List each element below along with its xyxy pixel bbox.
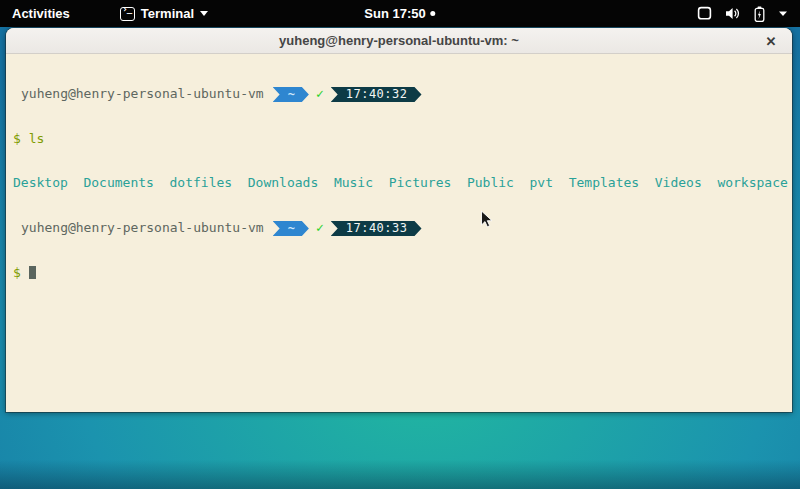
mouse-pointer-icon xyxy=(480,210,493,233)
chevron-down-icon xyxy=(778,10,788,17)
battery-charging-icon xyxy=(754,6,765,22)
activities-button[interactable]: Activities xyxy=(0,0,82,27)
ls-entry: Templates xyxy=(569,175,639,190)
ls-entry: Downloads xyxy=(248,175,318,190)
ls-entry: Music xyxy=(334,175,373,190)
prompt-user-host: yuheng@henry-personal-ubuntu-vm xyxy=(21,220,264,235)
window-title: yuheng@henry-personal-ubuntu-vm: ~ xyxy=(279,33,519,48)
desktop: { "top_bar": { "activities_label": "Acti… xyxy=(0,0,800,489)
top-bar: Activities Terminal Sun 17:50 xyxy=(0,0,800,27)
ls-entry: Desktop xyxy=(13,175,68,190)
prompt-user-host: yuheng@henry-personal-ubuntu-vm xyxy=(21,86,264,101)
ls-entry: workspace xyxy=(717,175,787,190)
terminal-content[interactable]: yuheng@henry-personal-ubuntu-vm~✓17:40:3… xyxy=(6,54,792,411)
shell-prompt: $ xyxy=(13,131,21,146)
shell-prompt: $ xyxy=(13,265,21,280)
clock-label: Sun 17:50 xyxy=(364,6,425,21)
volume-icon xyxy=(725,6,741,21)
prompt-status-check: ✓ xyxy=(316,86,324,101)
current-input-line: $ xyxy=(13,266,792,281)
command-text: ls xyxy=(29,131,45,146)
prompt-path-segment: ~ xyxy=(273,221,309,236)
prompt-time-segment: 17:40:32 xyxy=(331,87,422,102)
ls-entry: Public xyxy=(467,175,514,190)
prompt-time-segment: 17:40:33 xyxy=(331,221,422,236)
activities-label: Activities xyxy=(12,6,70,21)
window-titlebar[interactable]: yuheng@henry-personal-ubuntu-vm: ~ ✕ xyxy=(6,28,792,54)
screen-icon xyxy=(697,6,712,21)
prompt-line: yuheng@henry-personal-ubuntu-vm~✓17:40:3… xyxy=(13,221,792,236)
prompt-status-check: ✓ xyxy=(316,220,324,235)
notification-dot xyxy=(431,11,436,16)
chevron-down-icon xyxy=(200,11,208,16)
ls-entry: dotfiles xyxy=(170,175,233,190)
system-status-area[interactable] xyxy=(697,0,792,27)
ls-output-line: DesktopDocumentsdotfilesDownloadsMusicPi… xyxy=(13,176,792,191)
command-line: $ls xyxy=(13,132,792,147)
ls-entry: pvt xyxy=(530,175,553,190)
clock-button[interactable]: Sun 17:50 xyxy=(364,0,435,27)
ls-entry: Videos xyxy=(655,175,702,190)
terminal-cursor xyxy=(29,266,37,279)
terminal-icon xyxy=(120,7,135,21)
terminal-window: yuheng@henry-personal-ubuntu-vm: ~ ✕ yuh… xyxy=(6,28,792,412)
ls-entry: Documents xyxy=(83,175,153,190)
ls-entry: Pictures xyxy=(389,175,452,190)
close-button[interactable]: ✕ xyxy=(761,31,781,51)
app-menu-label: Terminal xyxy=(141,6,194,21)
prompt-line: yuheng@henry-personal-ubuntu-vm~✓17:40:3… xyxy=(13,87,792,102)
app-menu-terminal[interactable]: Terminal xyxy=(114,0,214,27)
prompt-path-segment: ~ xyxy=(273,87,309,102)
